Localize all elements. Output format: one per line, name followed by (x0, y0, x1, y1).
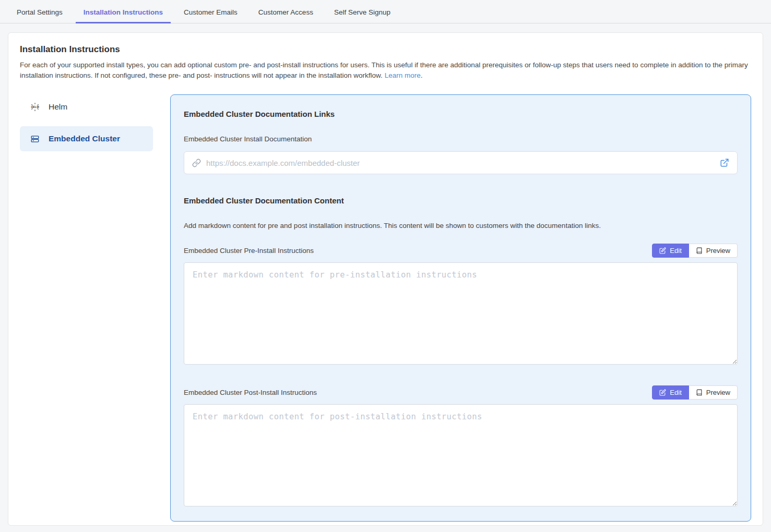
link-icon (192, 159, 201, 167)
preview-button-label: Preview (706, 389, 730, 396)
edit-button-label: Edit (670, 389, 681, 396)
documentation-links-heading: Embedded Cluster Documentation Links (184, 110, 738, 118)
tab-self-serve-signup[interactable]: Self Serve Signup (326, 2, 398, 23)
edit-icon (659, 389, 666, 396)
page-description-suffix: . (421, 71, 423, 79)
post-install-mode-toggle: Edit Preview (652, 385, 738, 400)
tab-customer-access[interactable]: Customer Access (251, 2, 321, 23)
installation-instructions-card: Installation Instructions For each of yo… (8, 32, 763, 526)
sidebar-item-helm[interactable]: HELM Helm (20, 94, 153, 119)
external-link-icon[interactable] (720, 158, 729, 167)
learn-more-link[interactable]: Learn more (385, 71, 421, 79)
embedded-cluster-panel: Embedded Cluster Documentation Links Emb… (170, 94, 751, 522)
content-row: HELM Helm Embedded Cluster E (20, 94, 751, 522)
post-install-instructions-textarea[interactable] (184, 404, 738, 506)
pre-install-instructions-textarea[interactable] (184, 262, 738, 365)
tab-installation-instructions[interactable]: Installation Instructions (76, 2, 171, 23)
sidebar-item-embedded-cluster[interactable]: Embedded Cluster (20, 126, 153, 151)
tab-customer-emails[interactable]: Customer Emails (176, 2, 245, 23)
edit-button-label: Edit (670, 247, 681, 255)
documentation-content-heading: Embedded Cluster Documentation Content (184, 196, 738, 205)
post-install-label: Embedded Cluster Post-Install Instructio… (184, 389, 317, 396)
post-install-preview-button[interactable]: Preview (689, 385, 738, 400)
page-description-text: For each of your supported install types… (20, 61, 748, 79)
documentation-content-description: Add markdown content for pre and post in… (184, 222, 738, 229)
install-type-nav: HELM Helm Embedded Cluster (20, 94, 153, 158)
pre-install-edit-button[interactable]: Edit (652, 244, 689, 258)
helm-logo-icon: HELM (30, 102, 40, 112)
sidebar-item-label: Embedded Cluster (49, 134, 120, 143)
preview-button-label: Preview (706, 247, 730, 255)
install-documentation-url-input[interactable] (206, 159, 715, 167)
page-description: For each of your supported install types… (20, 60, 751, 81)
pre-install-label-row: Embedded Cluster Pre-Install Instruction… (184, 244, 738, 258)
post-install-edit-button[interactable]: Edit (652, 385, 689, 400)
install-documentation-url-field[interactable] (184, 151, 738, 174)
pre-install-mode-toggle: Edit Preview (652, 244, 738, 258)
book-icon (696, 247, 703, 254)
post-install-label-row: Embedded Cluster Post-Install Instructio… (184, 385, 738, 400)
sidebar-item-label: Helm (49, 102, 67, 112)
tab-portal-settings[interactable]: Portal Settings (9, 2, 70, 23)
svg-text:HELM: HELM (31, 105, 39, 108)
pre-install-label: Embedded Cluster Pre-Install Instruction… (184, 247, 314, 255)
pre-install-preview-button[interactable]: Preview (689, 244, 738, 258)
top-tab-bar: Portal Settings Installation Instruction… (0, 0, 771, 23)
page-title: Installation Instructions (20, 44, 751, 55)
install-documentation-label: Embedded Cluster Install Documentation (184, 135, 738, 143)
server-stack-icon (30, 134, 40, 143)
edit-icon (659, 247, 666, 254)
book-icon (696, 389, 703, 396)
